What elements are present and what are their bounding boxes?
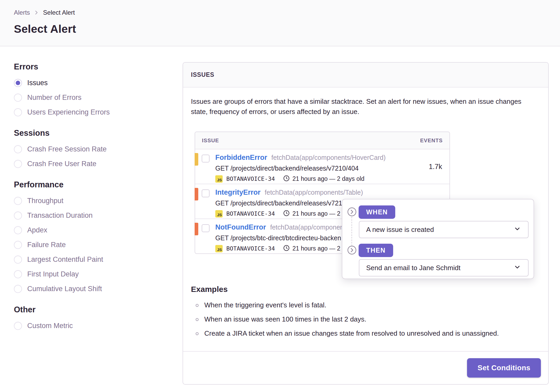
radio-option-throughput[interactable]: Throughput	[14, 197, 161, 205]
chevron-down-icon	[513, 225, 521, 235]
set-conditions-button[interactable]: Set Conditions	[467, 358, 541, 378]
column-header-events: EVENTS	[420, 138, 443, 144]
level-indicator-bar	[195, 153, 198, 166]
issue-row-content: ForbiddenError fetchData(app/components/…	[215, 154, 386, 183]
issue-request: GET /projects/btc-direct/btcdirecteu-bac…	[215, 234, 361, 242]
radio-option-label[interactable]: Issues	[27, 79, 48, 87]
issue-age: 21 hours ago — 2 days old	[292, 175, 364, 182]
group-title: Sessions	[14, 128, 161, 138]
clock-icon	[283, 245, 290, 252]
radio-option-largest-contentful-paint[interactable]: Largest Contentful Paint	[14, 255, 161, 264]
radio-icon[interactable]	[14, 241, 22, 249]
chevron-down-icon	[513, 263, 521, 273]
radio-option-issues[interactable]: Issues	[14, 79, 161, 87]
radio-icon[interactable]	[14, 285, 22, 293]
javascript-platform-icon: JS	[215, 210, 223, 217]
issues-description: Issues are groups of errors that have a …	[191, 96, 539, 117]
issue-name-link[interactable]: ForbiddenError	[215, 154, 267, 162]
table-row: ForbiddenError fetchData(app/components/…	[195, 149, 449, 184]
radio-icon[interactable]	[14, 94, 22, 102]
then-action-select[interactable]: Send an email to Jane Schmidt	[359, 259, 529, 276]
example-text: Create a JIRA ticket when an issue chang…	[204, 329, 499, 338]
radio-option-first-input-delay[interactable]: First Input Delay	[14, 270, 161, 278]
project-slug: BOTANAVOICE-34	[226, 176, 275, 182]
radio-option-label[interactable]: Number of Errors	[27, 94, 81, 102]
issues-panel: ISSUES Issues are groups of errors that …	[183, 62, 549, 385]
list-item: Create a JIRA ticket when an issue chang…	[196, 329, 540, 338]
radio-option-label[interactable]: Transaction Duration	[27, 211, 93, 220]
breadcrumb-current: Select Alert	[43, 9, 75, 16]
alert-type-sidebar: Errors Issues Number of Errors Users Exp…	[14, 62, 161, 385]
radio-option-custom-metric[interactable]: Custom Metric	[14, 322, 161, 330]
radio-option-crash-free-user-rate[interactable]: Crash Free User Rate	[14, 160, 161, 168]
list-item: When the triggering event's level is fat…	[196, 301, 540, 310]
issue-culprit: fetchData(app/component	[270, 224, 345, 231]
radio-icon[interactable]	[14, 197, 22, 205]
radio-option-label[interactable]: Throughput	[27, 197, 63, 205]
issue-culprit: fetchData(app/components/Table)	[265, 189, 363, 196]
radio-option-users-experiencing-errors[interactable]: Users Experiencing Errors	[14, 108, 161, 116]
then-action-value: Send an email to Jane Schmidt	[366, 264, 460, 272]
panel-footer: Set Conditions	[183, 351, 548, 384]
radio-icon[interactable]	[14, 226, 22, 234]
group-title: Other	[14, 305, 161, 314]
radio-option-label[interactable]: Cumulative Layout Shift	[27, 285, 102, 293]
page-header: Alerts Select Alert Select Alert	[0, 0, 560, 46]
when-condition-select[interactable]: A new issue is created	[359, 221, 529, 238]
circle-chevron-right-icon	[347, 246, 356, 255]
radio-icon[interactable]	[14, 270, 22, 278]
example-text: When an issue was seen 100 times in the …	[204, 315, 366, 324]
layout-spacer	[161, 62, 183, 385]
radio-option-cumulative-layout-shift[interactable]: Cumulative Layout Shift	[14, 285, 161, 293]
radio-option-label[interactable]: Custom Metric	[27, 322, 73, 330]
issue-checkbox[interactable]	[202, 189, 210, 197]
when-badge: WHEN	[359, 205, 395, 219]
radio-option-apdex[interactable]: Apdex	[14, 226, 161, 234]
radio-option-label[interactable]: Crash Free Session Rate	[27, 145, 107, 153]
radio-icon[interactable]	[14, 160, 22, 168]
group-title: Errors	[14, 62, 161, 72]
radio-option-label[interactable]: Failure Rate	[27, 241, 66, 249]
radio-option-crash-free-session-rate[interactable]: Crash Free Session Rate	[14, 145, 161, 153]
breadcrumb-alerts-link[interactable]: Alerts	[14, 9, 30, 16]
radio-icon[interactable]	[14, 322, 22, 330]
panel-header-label: ISSUES	[191, 71, 214, 78]
issue-checkbox[interactable]	[202, 155, 210, 162]
radio-selected-icon[interactable]	[14, 79, 22, 87]
radio-option-failure-rate[interactable]: Failure Rate	[14, 241, 161, 249]
radio-icon[interactable]	[14, 255, 22, 264]
radio-icon[interactable]	[14, 108, 22, 116]
column-header-issue: ISSUE	[202, 138, 219, 144]
radio-icon[interactable]	[14, 211, 22, 220]
radio-option-label[interactable]: Apdex	[27, 226, 47, 234]
bullet-icon	[196, 332, 199, 335]
radio-option-label[interactable]: First Input Delay	[27, 270, 79, 278]
issue-name-link[interactable]: IntegrityError	[215, 188, 261, 197]
example-text: When the triggering event's level is fat…	[204, 301, 326, 310]
chevron-right-icon	[34, 10, 39, 15]
radio-icon[interactable]	[14, 145, 22, 153]
level-indicator-bar	[195, 188, 198, 200]
level-indicator-bar	[195, 223, 198, 235]
radio-option-label[interactable]: Crash Free User Rate	[27, 160, 96, 168]
project-slug: BOTANAVOICE-34	[226, 245, 275, 252]
bullet-icon	[196, 304, 199, 307]
javascript-platform-icon: JS	[215, 245, 223, 252]
issue-name-link[interactable]: NotFoundError	[215, 223, 266, 231]
issue-request: GET /projects/direct/backend/releases/v7…	[215, 199, 363, 207]
issue-checkbox[interactable]	[202, 224, 210, 232]
issues-panel-header: ISSUES	[183, 63, 548, 88]
javascript-platform-icon: JS	[215, 175, 223, 183]
radio-option-number-of-errors[interactable]: Number of Errors	[14, 94, 161, 102]
examples-list: When the triggering event's level is fat…	[191, 301, 540, 338]
radio-option-transaction-duration[interactable]: Transaction Duration	[14, 211, 161, 220]
group-errors: Errors Issues Number of Errors Users Exp…	[14, 62, 161, 116]
project-slug: BOTANAVOICE-34	[226, 210, 275, 217]
breadcrumb: Alerts Select Alert	[14, 9, 546, 16]
radio-option-label[interactable]: Largest Contentful Paint	[27, 255, 103, 264]
issue-row-content: IntegrityError fetchData(app/components/…	[215, 188, 363, 217]
radio-option-label[interactable]: Users Experiencing Errors	[27, 108, 110, 116]
clock-icon	[283, 175, 290, 183]
main-content: Errors Issues Number of Errors Users Exp…	[0, 46, 560, 385]
group-sessions: Sessions Crash Free Session Rate Crash F…	[14, 128, 161, 168]
